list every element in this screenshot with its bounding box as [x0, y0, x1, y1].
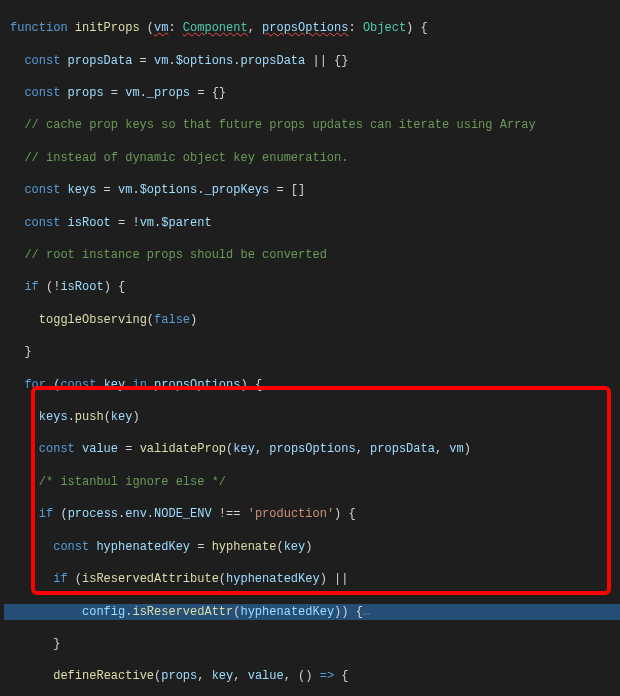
code-line[interactable]: const propsData = vm.$options.propsData …: [4, 53, 620, 69]
code-line[interactable]: const value = validateProp(key, propsOpt…: [4, 441, 620, 457]
code-line[interactable]: // root instance props should be convert…: [4, 247, 620, 263]
code-line[interactable]: // instead of dynamic object key enumera…: [4, 150, 620, 166]
keyword: function: [10, 21, 75, 35]
type-annotation: Component: [183, 21, 248, 35]
code-line[interactable]: const keys = vm.$options._propKeys = []: [4, 182, 620, 198]
code-line[interactable]: const hyphenatedKey = hyphenate(key): [4, 539, 620, 555]
code-line-highlighted[interactable]: config.isReservedAttr(hyphenatedKey)) {…: [4, 604, 620, 620]
code-line[interactable]: }: [4, 344, 620, 360]
code-line[interactable]: /* istanbul ignore else */: [4, 474, 620, 490]
fold-indicator-icon[interactable]: …: [363, 605, 370, 619]
param: vm: [154, 21, 168, 35]
code-line[interactable]: const isRoot = !vm.$parent: [4, 215, 620, 231]
comment: // cache prop keys so that future props …: [10, 118, 536, 132]
code-line[interactable]: }: [4, 636, 620, 652]
code-line[interactable]: if (isReservedAttribute(hyphenatedKey) |…: [4, 571, 620, 587]
code-line[interactable]: for (const key in propsOptions) {: [4, 377, 620, 393]
function-name: initProps: [75, 21, 147, 35]
code-line[interactable]: function initProps (vm: Component, props…: [4, 20, 620, 36]
code-line[interactable]: // cache prop keys so that future props …: [4, 117, 620, 133]
code-line[interactable]: keys.push(key): [4, 409, 620, 425]
code-line[interactable]: if (!isRoot) {: [4, 279, 620, 295]
code-editor-viewport[interactable]: function initProps (vm: Component, props…: [0, 0, 620, 696]
code-line[interactable]: if (process.env.NODE_ENV !== 'production…: [4, 506, 620, 522]
code-line[interactable]: const props = vm._props = {}: [4, 85, 620, 101]
code-line[interactable]: defineReactive(props, key, value, () => …: [4, 668, 620, 684]
code-line[interactable]: toggleObserving(false): [4, 312, 620, 328]
